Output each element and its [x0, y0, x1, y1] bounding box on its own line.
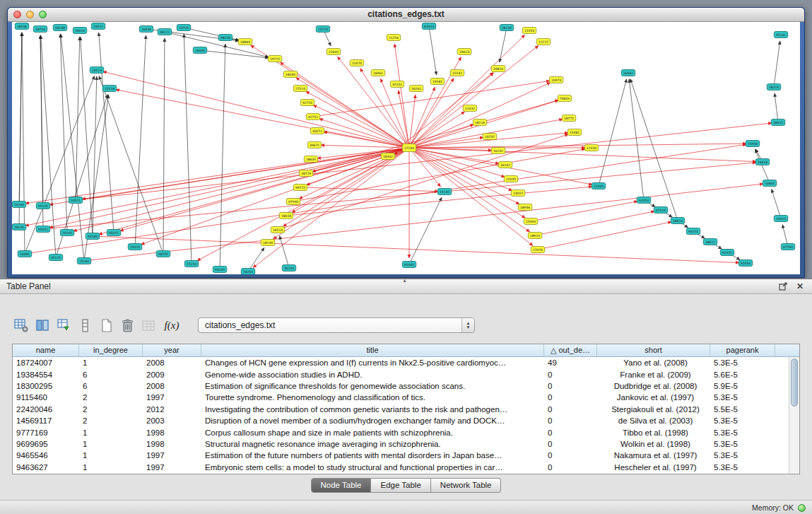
column-header-year[interactable]: year: [143, 344, 201, 357]
svg-text:15493: 15493: [526, 220, 536, 223]
svg-text:18775: 18775: [564, 117, 574, 120]
tab-node-table[interactable]: Node Table: [311, 478, 372, 493]
svg-text:18719: 18719: [301, 172, 311, 175]
svg-text:97594: 97594: [288, 200, 298, 204]
column-header-out-de-[interactable]: △ out_de…: [544, 344, 597, 357]
table-row[interactable]: 2242004622012Investigating the contribut…: [13, 404, 789, 415]
column-header-short[interactable]: short: [597, 344, 710, 357]
table-row[interactable]: 1456911722003Disruption of a novel membe…: [13, 415, 789, 426]
table-cell: 2: [79, 416, 143, 425]
svg-text:28144: 28144: [502, 26, 512, 30]
table-panel-header: ▴ Table Panel ✕: [0, 279, 812, 294]
svg-text:16142: 16142: [493, 149, 503, 153]
table-options-icon[interactable]: [13, 317, 30, 334]
import-table-icon[interactable]: [55, 317, 73, 334]
svg-text:92755: 92755: [302, 101, 312, 105]
column-header-pagerank[interactable]: pagerank: [710, 344, 775, 357]
svg-text:18618: 18618: [281, 214, 291, 218]
table-cell: 2012: [143, 405, 201, 414]
table-cell: 0: [544, 451, 597, 460]
dropdown-stepper-icon[interactable]: ▲▼: [461, 318, 474, 332]
table-cell: 5.3E-5: [710, 358, 775, 367]
table-cell: 1998: [143, 428, 201, 437]
table-toolbar: f(x) citations_edges.txt ▲▼: [13, 315, 475, 336]
table-row[interactable]: 1872400712008Changes of HCN gene express…: [13, 357, 789, 368]
svg-text:98128: 98128: [220, 36, 230, 40]
table-cell: 2008: [143, 358, 201, 367]
svg-text:19613: 19613: [459, 50, 469, 54]
table-cell: 9463627: [13, 463, 79, 472]
svg-text:10973: 10973: [551, 78, 561, 82]
table-cell: Changes of HCN gene expression and I(f) …: [201, 358, 544, 367]
table-cell: 5.3E-5: [710, 463, 775, 472]
table-row[interactable]: 1938455462009Genome-wide association stu…: [13, 368, 789, 380]
svg-text:92455: 92455: [722, 251, 732, 255]
table-cell: Dudbridge et al. (2008): [597, 382, 710, 390]
table-cell: 1997: [143, 463, 201, 472]
table-cell: Tibbo et al. (1998): [597, 428, 710, 437]
table-cell: Estimation of the future numbers of pati…: [201, 451, 544, 460]
panel-splitter-handle[interactable]: ▴: [404, 278, 406, 284]
table-row[interactable]: 911546021997Tourette syndrome. Phenomeno…: [13, 392, 789, 403]
column-header-in-degree[interactable]: in_degree: [79, 344, 143, 357]
table-cell: de Silva et al. (2003): [597, 416, 710, 425]
window-titlebar[interactable]: citations_edges.txt: [8, 8, 804, 22]
delete-table-icon[interactable]: [119, 317, 136, 334]
table-cell: 5.3E-5: [710, 393, 775, 402]
table-cell: 0: [544, 370, 597, 379]
table-row[interactable]: 946362711997Embryonic stem cells: a mode…: [13, 462, 789, 473]
table-row[interactable]: 969969511998Structural magnetic resonanc…: [13, 438, 789, 450]
table-cell: 2: [79, 393, 143, 402]
function-builder-icon[interactable]: f(x): [161, 320, 182, 332]
minimize-window-button[interactable]: [26, 11, 34, 18]
table-cell: 1: [79, 463, 143, 472]
svg-text:19412: 19412: [93, 25, 103, 28]
svg-text:92450: 92450: [741, 262, 751, 265]
network-canvas[interactable]: 1854618754941481941419412164069812215724…: [12, 22, 800, 274]
column-header-name[interactable]: name: [13, 344, 79, 357]
table-cell: 5.3E-5: [710, 416, 775, 425]
svg-text:15474: 15474: [352, 62, 362, 65]
scrollbar-thumb[interactable]: [791, 358, 798, 407]
svg-text:16514: 16514: [273, 228, 283, 232]
svg-text:94155: 94155: [688, 230, 698, 233]
column-header-title[interactable]: title: [201, 344, 544, 357]
table-vertical-scrollbar[interactable]: [789, 357, 799, 474]
svg-text:11032: 11032: [465, 107, 475, 110]
svg-text:18612: 18612: [705, 240, 715, 244]
table-cell: 1: [79, 358, 143, 367]
tab-network-table[interactable]: Network Table: [431, 478, 502, 493]
table-cell: Estimation of significance thresholds fo…: [201, 382, 544, 390]
svg-text:16961: 16961: [373, 71, 383, 75]
column-header-filler: [775, 344, 799, 357]
zoom-window-button[interactable]: [39, 11, 47, 18]
svg-text:92053: 92053: [639, 199, 649, 202]
show-columns-icon[interactable]: [34, 317, 52, 334]
float-panel-icon[interactable]: [777, 281, 789, 292]
network-graph[interactable]: 1854618754941481941419412164069812215724…: [12, 22, 800, 274]
table-cell: 49: [544, 358, 597, 367]
table-cell: 2003: [143, 416, 201, 425]
row-tools-icon[interactable]: [76, 317, 94, 334]
svg-text:19145: 19145: [440, 190, 449, 194]
table-row[interactable]: 1830029562008Estimation of significance …: [13, 380, 789, 392]
close-panel-icon[interactable]: ✕: [794, 281, 806, 292]
table-cell: 6: [79, 370, 143, 379]
new-table-icon[interactable]: [98, 317, 115, 334]
memory-indicator: [798, 504, 806, 512]
table-panel: ▴ Table Panel ✕ f(x) citation: [0, 279, 812, 514]
svg-text:18144: 18144: [263, 241, 273, 245]
table-header-row: namein_degreeyeartitle△ out_de…shortpage…: [13, 344, 799, 357]
panel-title: Table Panel: [6, 281, 51, 291]
table-selector-dropdown[interactable]: citations_edges.txt ▲▼: [198, 317, 475, 333]
table-row[interactable]: 946554611997Estimation of the future num…: [13, 450, 789, 461]
svg-text:18923: 18923: [530, 234, 540, 238]
svg-text:15154: 15154: [187, 262, 196, 266]
table-selector-value: citations_edges.txt: [199, 320, 461, 330]
table-row[interactable]: 977716911998Corpus callosum shape and si…: [13, 426, 789, 438]
svg-text:12217: 12217: [539, 40, 548, 44]
tab-edge-table[interactable]: Edge Table: [371, 478, 430, 493]
svg-text:67919: 67919: [656, 209, 666, 212]
table-cell: 18300295: [13, 382, 79, 390]
close-window-button[interactable]: [13, 11, 21, 18]
